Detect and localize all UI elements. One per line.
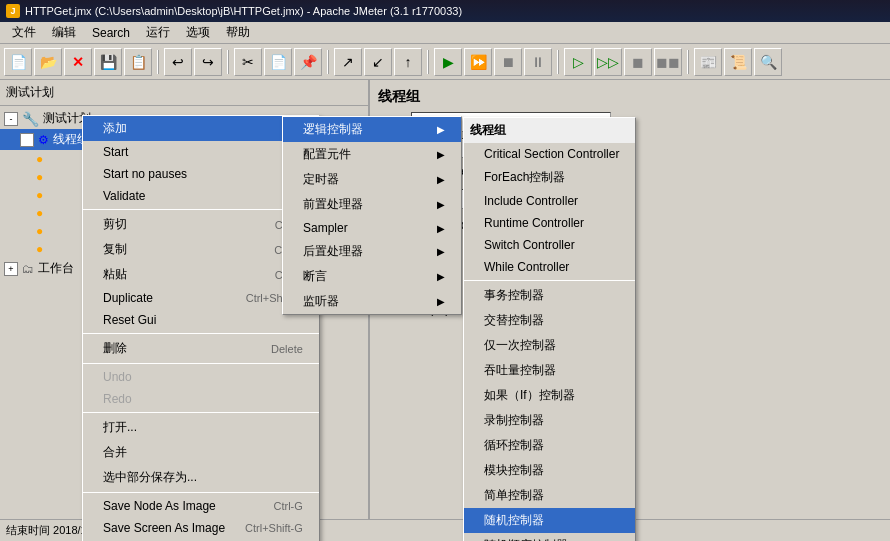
ctx-save-screen-img[interactable]: Save Screen As Image Ctrl+Shift-G [83, 517, 319, 539]
run-nopause-button[interactable]: ⏩ [464, 48, 492, 76]
expand-root-icon[interactable]: - [4, 112, 18, 126]
run-button[interactable]: ▶ [434, 48, 462, 76]
remote-run-button[interactable]: ▷ [564, 48, 592, 76]
submenu-l1-pre-arrow: ▶ [437, 199, 445, 210]
submenu-l2-random-order[interactable]: 随机顺序控制器 [464, 533, 635, 541]
cut-button[interactable]: ✂ [234, 48, 262, 76]
submenu-l1-assert-label: 断言 [303, 268, 327, 285]
menu-bar: 文件 编辑 Search 运行 选项 帮助 [0, 22, 890, 44]
toolbar-sep-4 [427, 50, 429, 74]
remote-all-button[interactable]: ▷▷ [594, 48, 622, 76]
ctx-validate-label: Validate [103, 189, 145, 203]
submenu-l2-module[interactable]: 模块控制器 [464, 458, 635, 483]
toolbar-sep-1 [157, 50, 159, 74]
ctx-saveas[interactable]: 选中部分保存为... [83, 465, 319, 490]
tree-panel-header: 测试计划 [0, 80, 368, 106]
ctx-start-label: Start [103, 145, 128, 159]
submenu-l1-listener-label: 监听器 [303, 293, 339, 310]
submenu-l2-interleave[interactable]: 交替控制器 [464, 308, 635, 333]
redo-button[interactable]: ↪ [194, 48, 222, 76]
new-button[interactable]: 📄 [4, 48, 32, 76]
paste-button[interactable]: 📌 [294, 48, 322, 76]
submenu-l2-throughput[interactable]: 吞吐量控制器 [464, 358, 635, 383]
menu-file[interactable]: 文件 [4, 22, 44, 43]
submenu-l1-timer-arrow: ▶ [437, 174, 445, 185]
submenu-l1-listener-arrow: ▶ [437, 296, 445, 307]
submenu-l1-post[interactable]: 后置处理器 ▶ [283, 239, 461, 264]
submenu-l1-pre[interactable]: 前置处理器 ▶ [283, 192, 461, 217]
submenu-l1-config[interactable]: 配置元件 ▶ [283, 142, 461, 167]
save-button[interactable]: 💾 [94, 48, 122, 76]
ctx-open[interactable]: 打开... [83, 415, 319, 440]
ctx-save-node-img[interactable]: Save Node As Image Ctrl-G [83, 495, 319, 517]
log-button[interactable]: 📜 [724, 48, 752, 76]
close-button[interactable]: ✕ [64, 48, 92, 76]
menu-search[interactable]: Search [84, 24, 138, 42]
toolbar: 📄 📂 ✕ 💾 📋 ↩ ↪ ✂ 📄 📌 ↗ ↙ ↑ ▶ ⏩ ⏹ ⏸ ▷ ▷▷ ◼… [0, 44, 890, 80]
ctx-cut-label: 剪切 [103, 216, 127, 233]
ctx-delete-label: 删除 [103, 340, 127, 357]
undo-button[interactable]: ↩ [164, 48, 192, 76]
submenu-l2-switch[interactable]: Switch Controller [464, 234, 635, 256]
submenu-l2-transaction[interactable]: 事务控制器 [464, 283, 635, 308]
ctx-save-screen-img-shortcut: Ctrl+Shift-G [245, 522, 303, 534]
right-panel-title: 线程组 [378, 88, 882, 106]
submenu-l2-while[interactable]: While Controller [464, 256, 635, 278]
saveas-button[interactable]: 📋 [124, 48, 152, 76]
ctx-merge[interactable]: 合并 [83, 440, 319, 465]
shutdown-button[interactable]: ⏸ [524, 48, 552, 76]
submenu-l2-runtime[interactable]: Runtime Controller [464, 212, 635, 234]
submenu-l2-once[interactable]: 仅一次控制器 [464, 333, 635, 358]
submenu-l2-include[interactable]: Include Controller [464, 190, 635, 212]
submenu-l2-interleave-label: 交替控制器 [484, 312, 544, 329]
submenu-l2-record[interactable]: 录制控制器 [464, 408, 635, 433]
expand-workbench-icon[interactable]: + [4, 262, 18, 276]
menu-run[interactable]: 运行 [138, 22, 178, 43]
submenu-l1-assert[interactable]: 断言 ▶ [283, 264, 461, 289]
template-button[interactable]: 📰 [694, 48, 722, 76]
ctx-save-node-img-shortcut: Ctrl-G [274, 500, 303, 512]
ctx-sep-3 [83, 363, 319, 364]
expand-thread-icon[interactable]: + [20, 133, 34, 147]
move-up-button[interactable]: ↑ [394, 48, 422, 76]
submenu-l2-critical[interactable]: Critical Section Controller [464, 143, 635, 165]
ctx-undo[interactable]: Undo [83, 366, 319, 388]
ctx-open-label: 打开... [103, 419, 137, 436]
submenu-l2-once-label: 仅一次控制器 [484, 337, 556, 354]
search-toolbar-button[interactable]: 🔍 [754, 48, 782, 76]
expand-button[interactable]: ↗ [334, 48, 362, 76]
submenu-l1-config-label: 配置元件 [303, 146, 351, 163]
stop-button[interactable]: ⏹ [494, 48, 522, 76]
open-button[interactable]: 📂 [34, 48, 62, 76]
main-layout: 测试计划 - 🔧 测试计划 + ⚙ 线程组 ● ● ● [0, 80, 890, 541]
ctx-sep-2 [83, 333, 319, 334]
submenu-l1-logic[interactable]: 逻辑控制器 ▶ [283, 117, 461, 142]
submenu-l1-sampler[interactable]: Sampler ▶ [283, 217, 461, 239]
collapse-button[interactable]: ↙ [364, 48, 392, 76]
copy-button[interactable]: 📄 [264, 48, 292, 76]
submenu-l1-post-label: 后置处理器 [303, 243, 363, 260]
menu-help[interactable]: 帮助 [218, 22, 258, 43]
menu-edit[interactable]: 编辑 [44, 22, 84, 43]
remote-stop-button[interactable]: ◼ [624, 48, 652, 76]
ctx-delete[interactable]: 删除 Delete [83, 336, 319, 361]
submenu-l2-foreach[interactable]: ForEach控制器 [464, 165, 635, 190]
remote-stop-all-button[interactable]: ◼◼ [654, 48, 682, 76]
ctx-duplicate-label: Duplicate [103, 291, 153, 305]
submenu-l2-loop[interactable]: 循环控制器 [464, 433, 635, 458]
submenu-l1-sampler-arrow: ▶ [437, 223, 445, 234]
workbench-icon: 🗂 [22, 262, 34, 276]
ctx-paste-label: 粘贴 [103, 266, 127, 283]
ctx-redo-label: Redo [103, 392, 132, 406]
submenu-l2-if[interactable]: 如果（If）控制器 [464, 383, 635, 408]
menu-options[interactable]: 选项 [178, 22, 218, 43]
thread-icon: ⚙ [38, 133, 49, 147]
submenu-l1-timer[interactable]: 定时器 ▶ [283, 167, 461, 192]
submenu-l2-random[interactable]: 随机控制器 [464, 508, 635, 533]
submenu-l2-simple[interactable]: 简单控制器 [464, 483, 635, 508]
sampler-icon-4: ● [36, 206, 43, 220]
submenu-l1-logic-label: 逻辑控制器 [303, 121, 363, 138]
submenu-l1-listener[interactable]: 监听器 ▶ [283, 289, 461, 314]
ctx-save-node-img-label: Save Node As Image [103, 499, 216, 513]
ctx-redo[interactable]: Redo [83, 388, 319, 410]
